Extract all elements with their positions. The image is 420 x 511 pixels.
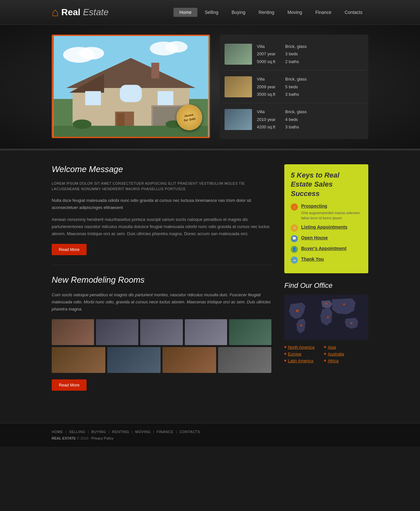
hero-listings: Villa 2007 year 5000 sq.ft Brick, glass …	[220, 35, 368, 139]
bullet-icon	[284, 360, 286, 362]
listing-row: Villa 2010 year 4200 sq.ft Brick, glass …	[223, 103, 365, 136]
listing-type: Villa	[257, 75, 276, 83]
office-europe-label: Europe	[288, 352, 301, 356]
listing-info-1: Villa 2007 year 5000 sq.ft Brick, glass …	[257, 43, 307, 65]
office-asia[interactable]: Asia	[324, 345, 344, 350]
find-office-section: Find Our Office	[284, 281, 368, 363]
bullet-icon	[284, 353, 286, 355]
listing-sqft: 3500 sq.ft	[257, 91, 276, 98]
find-office-title: Find Our Office	[284, 281, 368, 290]
gallery-thumb-4	[185, 319, 227, 345]
office-europe[interactable]: Europe	[284, 352, 314, 356]
listing-col1-3: Villa 2010 year 4200 sq.ft	[257, 108, 276, 131]
cloud-icon: ☁	[291, 256, 298, 264]
office-australia[interactable]: Australia	[324, 352, 344, 356]
footer-sep: |	[88, 430, 89, 434]
listing-beds: 4 beds	[285, 116, 307, 123]
office-africa[interactable]: Africa	[324, 358, 344, 363]
remodeling-text: Cum sociis natoque penatibus et magnis d…	[52, 291, 271, 313]
listing-material: Brick, glass	[285, 108, 307, 115]
footer-year: © 2010	[77, 436, 89, 440]
remodeling-title: New Remodeling Rooms	[52, 275, 271, 285]
listing-baths: 3 baths	[285, 91, 307, 98]
welcome-text-mid: Nulla dsce feugiat malesuada odiobi nunc…	[52, 197, 271, 211]
listing-row: Villa 2007 year 5000 sq.ft Brick, glass …	[223, 38, 365, 71]
svg-rect-11	[120, 85, 142, 102]
listing-type: Villa	[257, 108, 276, 115]
keys-title: 5 Keys to Real Estate Sales Success	[291, 171, 362, 199]
footer-copy: REAL ESTATE © 2010 · Privacy Policy	[52, 436, 368, 440]
key-label-openhouse[interactable]: Open House	[301, 235, 328, 241]
key-label-thankyou[interactable]: Thank You	[301, 256, 324, 263]
svg-point-21	[296, 310, 299, 312]
gallery-grid-row1	[52, 319, 271, 345]
gallery-thumb-7	[107, 347, 161, 373]
key-item-content: Thank You	[301, 256, 324, 263]
hero-section: Home for Sale Villa 2007 year 5000 sq.ft…	[0, 25, 420, 149]
bullet-icon	[324, 346, 326, 348]
bullet-icon	[324, 360, 326, 362]
footer-link-finance[interactable]: FINANCE	[157, 430, 173, 434]
listing-material: Brick, glass	[285, 43, 307, 50]
welcome-text-lower: Aenean nonummy hendrerit maurihasellus p…	[52, 216, 271, 237]
office-col-2: Asia Australia Africa	[324, 345, 344, 363]
listing-col2-2: Brick, glass 5 beds 3 baths	[285, 75, 307, 98]
listing-col2-3: Brick, glass 4 beds 3 baths	[285, 108, 307, 131]
gallery-thumb-3	[140, 319, 183, 345]
footer-sep: |	[66, 430, 67, 434]
office-australia-label: Australia	[328, 352, 344, 356]
listing-type: Villa	[257, 43, 276, 50]
welcome-text-upper: LOREM IPSUM DOLOR SIT AMET CONSECTETUER …	[52, 181, 271, 192]
office-col-1: North America Europe Latin America	[284, 345, 314, 363]
footer: HOME | SELLING | BUYING | RENTING | MOVI…	[0, 423, 420, 447]
listing-year: 2010 year	[257, 116, 276, 123]
content-right: 5 Keys to Real Estate Sales Success ⌂ Pr…	[284, 164, 368, 391]
listing-thumb-2	[225, 76, 252, 97]
footer-link-buying[interactable]: BUYING	[91, 430, 106, 434]
footer-privacy-link[interactable]: Privacy Policy	[91, 436, 113, 440]
key-item-content: Open House	[301, 235, 328, 241]
key-item-thankyou: ☁ Thank You	[291, 256, 362, 264]
footer-link-contacts[interactable]: CONTACTS	[180, 430, 200, 434]
section-divider	[0, 149, 420, 151]
key-label-prospecting[interactable]: Prospecting	[301, 203, 362, 210]
listing-year: 2007 year	[257, 50, 276, 58]
footer-link-selling[interactable]: SELLING	[69, 430, 85, 434]
nav-renting[interactable]: Renting	[253, 8, 280, 17]
remodeling-read-more-button[interactable]: Read More	[52, 379, 87, 391]
listing-info-3: Villa 2010 year 4200 sq.ft Brick, glass …	[257, 108, 307, 131]
key-desc-prospecting: Orta augueimperdiet massa uslensec falis…	[301, 210, 362, 221]
nav-selling[interactable]: Selling	[199, 8, 224, 17]
footer-link-renting[interactable]: RENTING	[112, 430, 129, 434]
keys-box: 5 Keys to Real Estate Sales Success ⌂ Pr…	[284, 164, 368, 273]
nav-finance[interactable]: Finance	[310, 8, 337, 17]
office-africa-label: Africa	[328, 358, 338, 363]
key-label-listing[interactable]: Listing Appointments	[301, 224, 347, 231]
office-north-america[interactable]: North America	[284, 345, 314, 350]
listing-baths: 3 baths	[285, 123, 307, 131]
office-latin-america[interactable]: Latin America	[284, 358, 314, 363]
nav-contacts[interactable]: Contacts	[339, 8, 368, 17]
svg-point-22	[325, 303, 327, 305]
key-item-listing: ▤ Listing Appointments	[291, 224, 362, 232]
listing-thumb-1	[225, 44, 252, 65]
world-map	[284, 295, 368, 340]
listing-beds: 3 beds	[285, 50, 307, 58]
svg-point-23	[327, 316, 329, 318]
svg-rect-10	[85, 91, 101, 105]
key-label-buyer[interactable]: Buyer's Appointment	[301, 245, 347, 252]
listing-col1-1: Villa 2007 year 5000 sq.ft	[257, 43, 276, 65]
listing-sqft: 4200 sq.ft	[257, 123, 276, 131]
nav-home[interactable]: Home	[173, 8, 197, 17]
main-nav: Home Selling Buying Renting Moving Finan…	[173, 8, 368, 17]
footer-link-home[interactable]: HOME	[52, 430, 63, 434]
nav-buying[interactable]: Buying	[226, 8, 251, 17]
nav-moving[interactable]: Moving	[282, 8, 308, 17]
logo-estate: Estate	[83, 7, 109, 17]
welcome-read-more-button[interactable]: Read More	[52, 244, 87, 255]
logo-icon: ⌂	[52, 6, 59, 18]
footer-link-moving[interactable]: MOVING	[135, 430, 151, 434]
key-item-content: Listing Appointments	[301, 224, 347, 231]
listing-sqft: 5000 sq.ft	[257, 58, 276, 65]
gallery-thumb-9	[218, 347, 272, 373]
